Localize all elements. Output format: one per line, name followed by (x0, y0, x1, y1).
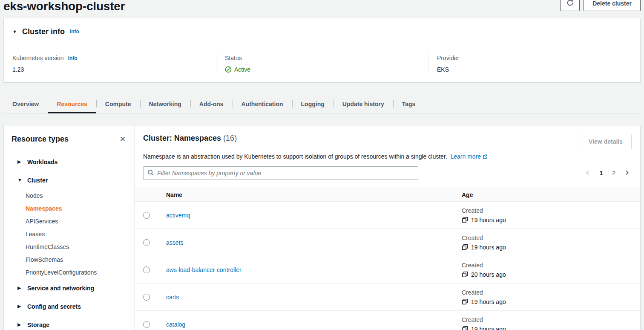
table-row: carts Created 19 hours ago (135, 284, 640, 311)
namespaces-title: Cluster: Namespaces (16) (143, 134, 237, 143)
name-column-header[interactable]: Name (158, 191, 451, 198)
tree-item-apiservices[interactable]: APIServices (12, 215, 127, 228)
tab-networking[interactable]: Networking (140, 96, 190, 113)
copy-icon[interactable] (462, 271, 468, 278)
tab-authentication[interactable]: Authentication (233, 96, 292, 113)
age-value: 20 hours ago (471, 271, 506, 278)
pagination: 1 2 (583, 169, 632, 178)
namespace-link[interactable]: catalog (166, 321, 185, 328)
view-details-button[interactable]: View details (580, 134, 632, 149)
tree-item-prioritylevelconfigurations[interactable]: PriorityLevelConfigurations (12, 266, 127, 279)
tree-group-label: Config and secrets (27, 303, 81, 310)
tree-group-workloads[interactable]: ▶ Workloads (12, 153, 127, 171)
tree-group-config-and-secrets[interactable]: ▶ Config and secrets (12, 297, 127, 316)
tree-group-label: Service and networking (27, 285, 94, 292)
tree-item-flowschemas[interactable]: FlowSchemas (12, 253, 127, 266)
row-radio[interactable] (143, 239, 150, 246)
row-radio[interactable] (143, 294, 150, 301)
age-value: 19 hours ago (471, 217, 506, 223)
cluster-info-header[interactable]: ▼ Cluster info Info (4, 18, 640, 45)
caret-right-icon: ▶ (17, 159, 22, 164)
cluster-info-title: Cluster info (22, 27, 65, 36)
tab-compute[interactable]: Compute (96, 96, 140, 113)
copy-icon[interactable] (462, 244, 468, 250)
provider-field: Provider EKS (428, 51, 640, 73)
resources-card: Resource types ✕ ▶ Workloads ▼ Cluster N… (3, 126, 641, 330)
next-page-button[interactable] (622, 169, 632, 178)
close-panel-button[interactable]: ✕ (118, 135, 127, 144)
copy-icon[interactable] (462, 326, 468, 330)
row-radio[interactable] (143, 212, 150, 219)
learn-more-text: Learn more (451, 153, 481, 160)
header-actions: Delete cluster (560, 0, 641, 11)
created-label: Created (462, 289, 640, 296)
tree-group-label: Cluster (27, 177, 48, 184)
tree-group-label: Storage (27, 321, 49, 328)
tab-logging[interactable]: Logging (292, 96, 334, 113)
filter-box (143, 166, 418, 180)
tree-item-leases[interactable]: Leases (12, 228, 127, 240)
caret-right-icon: ▶ (17, 286, 22, 290)
tree-group-storage[interactable]: ▶ Storage (12, 316, 127, 330)
previous-page-button[interactable] (583, 169, 592, 178)
namespaces-description: Namespace is an abstraction used by Kube… (135, 153, 640, 161)
table-header-row: Name Age (135, 188, 640, 202)
caret-right-icon: ▶ (17, 322, 22, 327)
status-value: Active (234, 66, 250, 73)
learn-more-link[interactable]: Learn more (451, 153, 488, 160)
caret-down-icon[interactable]: ▼ (12, 29, 17, 34)
provider-value: EKS (437, 66, 632, 73)
tab-overview[interactable]: Overview (3, 96, 48, 113)
resource-types-title: Resource types (12, 135, 69, 144)
kubernetes-version-value: 1.23 (12, 66, 207, 73)
tree-group-label: Workloads (27, 159, 58, 165)
namespaces-title-text: Cluster: Namespaces (143, 134, 221, 142)
page: eks-workshop-cluster Delete cluster ▼ Cl… (0, 0, 644, 330)
tab-resources[interactable]: Resources (48, 96, 96, 113)
tree-item-nodes[interactable]: Nodes (12, 189, 127, 202)
tree-group-cluster[interactable]: ▼ Cluster (12, 171, 127, 189)
resource-types-header: Resource types ✕ (12, 133, 127, 144)
page-number-2[interactable]: 2 (610, 169, 618, 177)
namespace-link[interactable]: activemq (166, 212, 190, 219)
tree-item-runtimeclasses[interactable]: RuntimeClasses (12, 240, 127, 253)
close-icon: ✕ (120, 135, 126, 143)
kubernetes-version-info-link[interactable]: Info (68, 55, 78, 61)
chevron-left-icon (585, 170, 591, 177)
age-value: 19 hours ago (471, 326, 506, 330)
description-text: Namespace is an abstraction used by Kube… (143, 153, 447, 160)
cluster-info-info-link[interactable]: Info (70, 29, 79, 35)
row-radio[interactable] (143, 321, 150, 328)
tab-update-history[interactable]: Update history (334, 96, 393, 113)
age-column-header[interactable]: Age (451, 191, 640, 198)
caret-right-icon: ▶ (17, 304, 22, 309)
namespace-link[interactable]: aws-load-balancer-controller (166, 266, 242, 273)
delete-cluster-button[interactable]: Delete cluster (584, 0, 641, 11)
created-label: Created (462, 234, 640, 241)
namespaces-header: Cluster: Namespaces (16) View details (135, 134, 640, 149)
table-row: activemq Created 19 hours ago (135, 202, 640, 229)
copy-icon[interactable] (462, 217, 468, 223)
namespace-link[interactable]: assets (166, 239, 183, 246)
table-toolbar: 1 2 (135, 166, 640, 180)
page-title: eks-workshop-cluster (3, 0, 125, 13)
refresh-button[interactable] (560, 0, 580, 11)
namespace-link[interactable]: carts (166, 294, 179, 301)
filter-input[interactable] (157, 170, 414, 177)
cluster-tabs: Overview Resources Compute Networking Ad… (3, 96, 641, 113)
tree-item-namespaces[interactable]: Namespaces (12, 202, 127, 215)
status-badge: Active (225, 66, 420, 73)
status-active-icon (225, 66, 232, 73)
copy-icon[interactable] (462, 298, 468, 305)
tree-group-service-and-networking[interactable]: ▶ Service and networking (12, 279, 127, 297)
namespaces-main: Cluster: Namespaces (16) View details Na… (135, 126, 640, 330)
tab-tags[interactable]: Tags (393, 96, 425, 113)
provider-label: Provider (437, 55, 459, 61)
age-value: 19 hours ago (471, 244, 506, 251)
row-radio[interactable] (143, 266, 150, 273)
page-number-1[interactable]: 1 (597, 169, 605, 177)
table-row: catalog Created 19 hours ago (135, 311, 640, 330)
external-link-icon (482, 154, 488, 161)
tab-add-ons[interactable]: Add-ons (190, 96, 233, 113)
chevron-right-icon (624, 170, 630, 177)
